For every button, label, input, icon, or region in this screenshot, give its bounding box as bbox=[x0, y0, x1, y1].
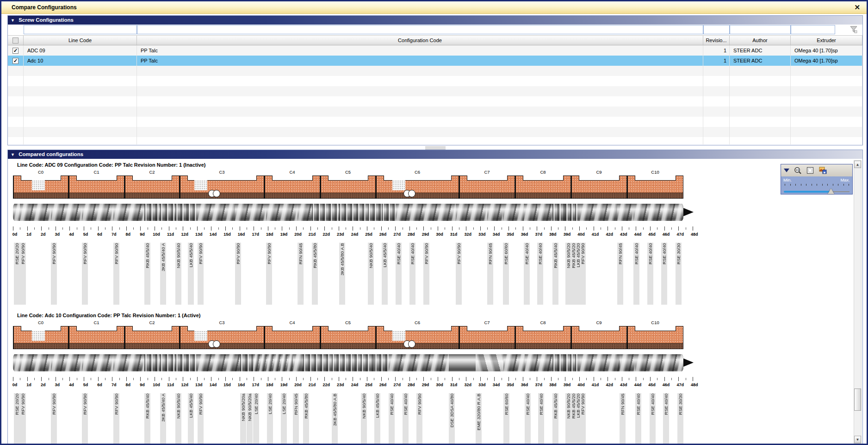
zoom-slider-thumb[interactable] bbox=[828, 188, 834, 194]
table-row[interactable] bbox=[8, 76, 862, 86]
ruler-tick bbox=[254, 377, 254, 381]
screw-zone bbox=[247, 354, 253, 371]
row-select-cell[interactable]: ✓ bbox=[8, 56, 24, 66]
column-header-revisio-[interactable]: Revisio... bbox=[703, 36, 730, 45]
side-feeder-icon bbox=[213, 340, 220, 348]
table-row[interactable]: ✓Adc 10PP Talc1STEER ADCOMega 40 [1.70]s… bbox=[8, 56, 862, 66]
zoom-one-to-one-icon[interactable]: 1:1 bbox=[794, 166, 802, 175]
screw-configurations-header[interactable]: ▼ Screw Configurations bbox=[8, 16, 862, 25]
ruler-minor-tick bbox=[62, 227, 63, 230]
ruler-tick bbox=[310, 226, 311, 231]
collapse-triangle-icon[interactable] bbox=[784, 169, 789, 172]
collapse-triangle-icon: ▼ bbox=[11, 152, 15, 157]
row-select-cell[interactable] bbox=[8, 66, 24, 76]
row-checkbox[interactable]: ✓ bbox=[12, 48, 19, 54]
barrel-segment-c9 bbox=[571, 175, 627, 199]
compared-configurations-header[interactable]: ▼ Compared configurations bbox=[8, 150, 862, 159]
row-checkbox[interactable]: ✓ bbox=[12, 58, 19, 64]
screw-zone bbox=[396, 204, 409, 221]
header-checkbox[interactable] bbox=[12, 38, 19, 44]
table-row[interactable] bbox=[8, 86, 862, 96]
filter-line-code-input[interactable] bbox=[24, 25, 137, 34]
ruler-minor-tick bbox=[629, 378, 629, 380]
select-all-header-cell[interactable] bbox=[8, 36, 24, 45]
vent-port-icon bbox=[194, 180, 207, 190]
row-select-cell[interactable]: ✓ bbox=[8, 45, 24, 56]
ruler-tick-label: 6d bbox=[97, 232, 102, 237]
row-select-cell[interactable] bbox=[8, 107, 24, 117]
column-header-configuration-code[interactable]: Configuration Code bbox=[137, 36, 703, 45]
barrel-bore bbox=[377, 193, 459, 198]
fit-to-window-icon[interactable] bbox=[806, 166, 814, 175]
barrel-segment-c2 bbox=[124, 326, 180, 349]
row-select-cell[interactable] bbox=[8, 86, 24, 96]
scrollbar-thumb[interactable] bbox=[854, 389, 861, 411]
table-row[interactable] bbox=[8, 137, 862, 144]
vertical-scrollbar[interactable]: ▲ ▼ bbox=[854, 160, 862, 444]
ruler-minor-tick bbox=[49, 378, 49, 380]
ruler-minor-tick bbox=[374, 227, 374, 230]
ruler-minor-tick bbox=[445, 378, 445, 380]
table-row[interactable] bbox=[8, 96, 862, 107]
configuration-code-cell bbox=[137, 86, 703, 96]
table-row[interactable] bbox=[8, 127, 862, 137]
row-select-cell[interactable] bbox=[8, 127, 24, 137]
zoom-slider[interactable] bbox=[784, 189, 849, 194]
column-header-author[interactable]: Author bbox=[730, 36, 791, 45]
element-label: RFV 90/90 bbox=[82, 393, 87, 415]
filter-configuration-code-input[interactable] bbox=[137, 25, 703, 34]
element-label: RSE 40/40 bbox=[389, 393, 394, 415]
element-strip: RFV 90/90 bbox=[51, 393, 57, 445]
filter-author-input[interactable] bbox=[730, 25, 791, 34]
ruler-tick bbox=[310, 377, 311, 381]
table-row[interactable] bbox=[8, 117, 862, 127]
element-label: LKB 45/5/40 bbox=[188, 243, 193, 268]
table-row[interactable] bbox=[8, 66, 862, 76]
ruler-tick-label: 32d bbox=[464, 382, 471, 387]
splitter-handle[interactable] bbox=[7, 145, 863, 150]
scroll-down-button[interactable]: ▼ bbox=[854, 436, 861, 443]
ruler-tick bbox=[225, 377, 226, 381]
author-cell bbox=[730, 107, 791, 117]
column-header-extruder[interactable]: Extruder bbox=[791, 36, 862, 45]
ruler-tick bbox=[565, 377, 565, 381]
ruler-tick-label: 38d bbox=[549, 232, 557, 237]
row-select-cell[interactable] bbox=[8, 76, 24, 86]
close-button[interactable]: ✕ bbox=[854, 3, 860, 12]
window-titlebar[interactable]: Compare Configurations ✕ bbox=[1, 1, 867, 14]
ruler-minor-tick bbox=[601, 378, 601, 380]
barrel-section-label: C0 bbox=[38, 169, 43, 175]
scroll-up-button[interactable]: ▲ bbox=[854, 161, 861, 168]
screw-zone bbox=[538, 354, 552, 371]
extruder-cell: OMega 40 [1.70]sp bbox=[791, 56, 862, 66]
element-label: RFV 90/90 bbox=[198, 243, 203, 264]
screw-zone bbox=[575, 204, 580, 221]
ruler-tick bbox=[693, 226, 693, 231]
ruler-minor-tick bbox=[445, 227, 445, 230]
element-strip: RSE 40/40 bbox=[538, 393, 544, 445]
element-strip: RFV 90/90 bbox=[580, 393, 586, 445]
ruler-tick-label: 41d bbox=[592, 232, 599, 237]
column-header-line-code[interactable]: Line Code bbox=[24, 36, 137, 45]
filter-funnel-icon[interactable] bbox=[849, 25, 858, 34]
ruler-tick-label: 6d bbox=[97, 382, 102, 387]
ruler-tick bbox=[324, 226, 325, 231]
barrel-segment-c4 bbox=[264, 326, 320, 349]
ruler-tick-label: 13d bbox=[195, 382, 203, 387]
row-select-cell[interactable] bbox=[8, 117, 24, 127]
row-select-cell[interactable] bbox=[8, 137, 24, 144]
element-label: RSE 40/40 bbox=[403, 393, 408, 415]
filter-revision-input[interactable] bbox=[703, 25, 730, 34]
row-select-cell[interactable] bbox=[8, 96, 24, 107]
element-label: RFV 90/90 bbox=[82, 243, 87, 264]
element-label: RSE 20/20 bbox=[14, 243, 19, 265]
ruler-tick-label: 37d bbox=[535, 232, 542, 237]
ruler-tick bbox=[608, 377, 608, 381]
ruler-minor-tick bbox=[232, 227, 233, 230]
export-image-icon[interactable] bbox=[818, 166, 827, 175]
table-row[interactable]: ✓ADC 09PP Talc1STEER ADCOMega 40 [1.70]s… bbox=[8, 45, 862, 56]
filter-extruder-input[interactable] bbox=[791, 25, 835, 34]
element-label: RFN 90/45 bbox=[618, 243, 623, 265]
table-row[interactable] bbox=[8, 107, 862, 117]
ruler-tick-label: 7d bbox=[112, 382, 117, 387]
